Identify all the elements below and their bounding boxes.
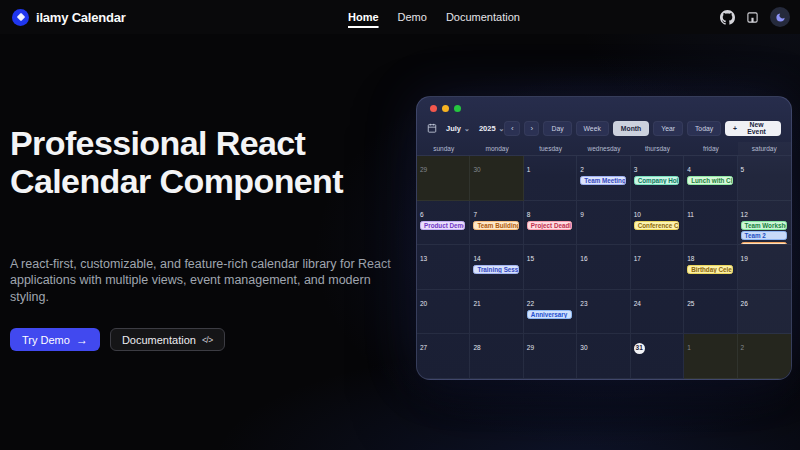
day-number: 22	[527, 299, 534, 309]
day-cell-8[interactable]: 8Project Deadline	[524, 201, 577, 246]
day-cell-31[interactable]: 31	[631, 334, 684, 379]
day-number: 23	[580, 299, 587, 309]
npm-icon[interactable]	[746, 11, 759, 24]
day-number: 19	[741, 254, 748, 264]
prev-button[interactable]: ‹	[504, 121, 520, 136]
view-button-year[interactable]: Year	[653, 121, 683, 136]
nav-links: Home Demo Documentation	[348, 0, 520, 34]
day-cell-27[interactable]: 27	[417, 334, 470, 379]
day-cell-25[interactable]: 25	[684, 290, 737, 335]
day-cell-11[interactable]: 11	[684, 201, 737, 246]
day-cell-28[interactable]: 28	[470, 334, 523, 379]
day-cell-6[interactable]: 6Product Demo	[417, 201, 470, 246]
day-cell-5[interactable]: 5	[738, 156, 791, 201]
toolbar-left: July ⌄ 2025 ⌄	[427, 123, 504, 133]
day-number: 15	[527, 254, 534, 264]
day-cell-1[interactable]: 1	[524, 156, 577, 201]
day-cell-23[interactable]: 23	[577, 290, 630, 335]
view-button-day[interactable]: Day	[543, 121, 571, 136]
event-pill[interactable]: Product Demo	[420, 221, 465, 230]
hero-description: A react-first, customizable, and feature…	[10, 256, 408, 305]
view-button-week[interactable]: Week	[576, 121, 609, 136]
arrow-right-icon: →	[76, 334, 88, 346]
day-cell-29[interactable]: 29	[524, 334, 577, 379]
day-number: 27	[420, 343, 427, 353]
new-event-button[interactable]: + New Event	[725, 121, 781, 136]
event-pill[interactable]: Training Session	[473, 265, 518, 274]
nav-link-documentation[interactable]: Documentation	[446, 11, 520, 23]
event-pill[interactable]: Company Holiday	[634, 176, 679, 185]
day-number: 2	[580, 165, 584, 175]
window-dot	[430, 105, 437, 112]
day-number: 30	[580, 343, 587, 353]
day-cell-20[interactable]: 20	[417, 290, 470, 335]
calendar-toolbar: July ⌄ 2025 ⌄ ‹ › DayWeekMonthYear Today…	[427, 117, 781, 139]
day-cell-29[interactable]: 29	[417, 156, 470, 201]
window-dot	[442, 105, 449, 112]
documentation-button[interactable]: Documentation </>	[110, 328, 225, 351]
day-number: 1	[527, 165, 531, 175]
try-demo-button[interactable]: Try Demo →	[10, 328, 100, 351]
weekday-label: tuesday	[524, 142, 577, 155]
day-number: 16	[580, 254, 587, 264]
day-cell-1[interactable]: 1	[684, 334, 737, 379]
event-pill[interactable]: Team Workshop	[741, 221, 787, 230]
event-pill[interactable]: Lunch with Client	[687, 176, 732, 185]
brand[interactable]: ilamy Calendar	[12, 9, 126, 26]
day-number: 17	[634, 254, 641, 264]
day-cell-12[interactable]: 12Team WorkshopTeam 2Client Feedback Ses…	[738, 201, 791, 246]
weekday-label: monday	[470, 142, 523, 155]
day-cell-21[interactable]: 21	[470, 290, 523, 335]
event-pill[interactable]: Project Deadline	[527, 221, 572, 230]
day-cell-4[interactable]: 4Lunch with Client	[684, 156, 737, 201]
event-pill[interactable]: Team Meeting	[580, 176, 625, 185]
day-cell-14[interactable]: 14Training Session	[470, 245, 523, 290]
day-number: 18	[687, 254, 694, 264]
day-cell-10[interactable]: 10Conference Call	[631, 201, 684, 246]
event-pill[interactable]: Team Building	[473, 221, 518, 230]
day-cell-7[interactable]: 7Team Building	[470, 201, 523, 246]
today-button[interactable]: Today	[687, 121, 721, 136]
day-cell-19[interactable]: 19	[738, 245, 791, 290]
day-cell-13[interactable]: 13	[417, 245, 470, 290]
day-cell-17[interactable]: 17	[631, 245, 684, 290]
toolbar-right: ‹ › DayWeekMonthYear Today + New Event	[504, 121, 781, 136]
new-event-label: New Event	[740, 121, 773, 135]
day-cell-16[interactable]: 16	[577, 245, 630, 290]
calendar-grid: 293012Team Meeting3Company Holiday4Lunch…	[417, 156, 791, 379]
event-pill[interactable]: Team 2	[741, 231, 787, 240]
day-number: 5	[741, 165, 745, 175]
theme-toggle-moon-icon[interactable]	[770, 7, 790, 27]
day-number: 13	[420, 254, 427, 264]
window-controls	[430, 105, 461, 112]
day-cell-26[interactable]: 26	[738, 290, 791, 335]
event-pill[interactable]: Birthday Celebration	[687, 265, 732, 274]
month-dropdown[interactable]: July ⌄	[446, 124, 470, 133]
day-number: 24	[634, 299, 641, 309]
day-cell-2[interactable]: 2	[738, 334, 791, 379]
year-dropdown[interactable]: 2025 ⌄	[479, 124, 505, 133]
day-cell-18[interactable]: 18Birthday Celebration	[684, 245, 737, 290]
chevron-down-icon: ⌄	[464, 125, 470, 132]
ilamy-logo-icon	[12, 9, 29, 26]
nav-link-home[interactable]: Home	[348, 11, 379, 23]
event-pill[interactable]: Anniversary	[527, 310, 572, 319]
github-icon[interactable]	[720, 10, 735, 25]
event-pill[interactable]: Conference Call	[634, 221, 679, 230]
next-button[interactable]: ›	[524, 121, 540, 136]
day-cell-30[interactable]: 30	[470, 156, 523, 201]
day-cell-24[interactable]: 24	[631, 290, 684, 335]
calendar-preview-window: July ⌄ 2025 ⌄ ‹ › DayWeekMonthYear Today…	[416, 96, 792, 380]
day-number: 2	[741, 343, 745, 353]
day-number: 26	[741, 299, 748, 309]
view-button-month[interactable]: Month	[613, 121, 649, 136]
nav-link-demo[interactable]: Demo	[398, 11, 427, 23]
day-cell-3[interactable]: 3Company Holiday	[631, 156, 684, 201]
weekday-label: wednesday	[577, 142, 630, 155]
day-cell-15[interactable]: 15	[524, 245, 577, 290]
landing-page: ilamy Calendar Home Demo Documentation P…	[0, 0, 800, 450]
day-cell-2[interactable]: 2Team Meeting	[577, 156, 630, 201]
day-cell-22[interactable]: 22Anniversary	[524, 290, 577, 335]
day-cell-9[interactable]: 9	[577, 201, 630, 246]
day-cell-30[interactable]: 30	[577, 334, 630, 379]
